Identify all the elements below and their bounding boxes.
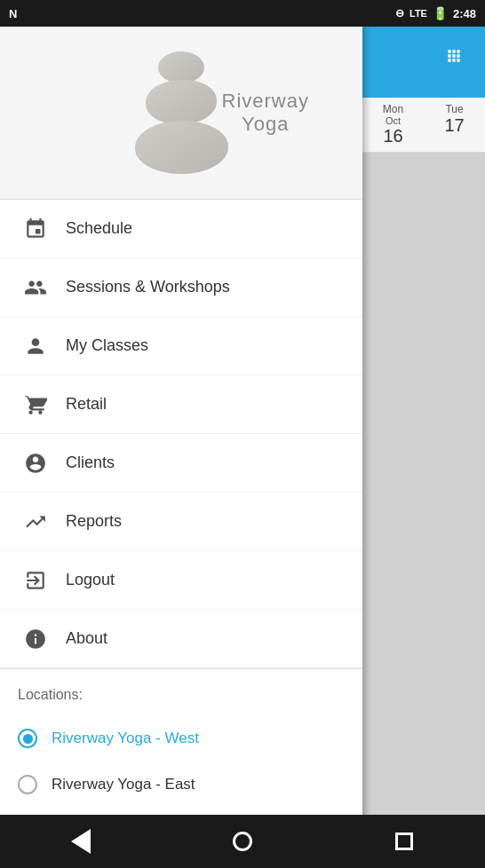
- trending-up-icon: [18, 510, 53, 533]
- nav-item-reports[interactable]: Reports: [0, 493, 362, 551]
- cal-day-tue-name: Tue: [445, 103, 463, 115]
- calendar-body: [362, 153, 485, 868]
- locations-section: Locations: Riverway Yoga - West Riverway…: [0, 668, 362, 817]
- back-button[interactable]: [59, 819, 103, 864]
- status-right: ⊖ LTE 🔋 2:48: [395, 6, 476, 20]
- cal-day-mon-name: Mon: [383, 103, 403, 115]
- nav-item-my-classes[interactable]: My Classes: [0, 317, 362, 375]
- locations-title: Locations:: [18, 687, 345, 703]
- radio-west-inner: [23, 734, 33, 744]
- stones-graphic: [135, 51, 228, 174]
- exit-to-app-icon: [18, 569, 53, 592]
- grid-menu-button[interactable]: [432, 34, 476, 78]
- nav-item-retail[interactable]: Retail: [0, 375, 362, 434]
- calendar-header: [362, 27, 485, 98]
- drawer-logo: Riverway Yoga: [0, 27, 362, 200]
- cal-day-mon-num: 16: [383, 126, 402, 146]
- nav-label-logout: Logout: [66, 571, 115, 589]
- stone-top: [158, 51, 204, 83]
- drawer: Riverway Yoga Schedule Sessions & Worksh…: [0, 27, 362, 868]
- nav-label-my-classes: My Classes: [66, 336, 148, 355]
- calendar-icon: [18, 217, 53, 241]
- cart-icon: [18, 393, 53, 416]
- nav-label-schedule: Schedule: [66, 219, 132, 238]
- radio-west-outer: [18, 729, 37, 748]
- nav-label-clients: Clients: [66, 454, 115, 472]
- nav-label-retail: Retail: [66, 395, 107, 414]
- bottom-nav-bar: [0, 815, 485, 868]
- back-icon: [71, 829, 91, 854]
- status-bar: N ⊖ LTE 🔋 2:48: [0, 0, 485, 27]
- location-label-west: Riverway Yoga - West: [52, 730, 199, 747]
- recent-icon: [395, 832, 413, 850]
- cal-day-mon-month: Oct: [386, 115, 401, 126]
- account-circle-icon: [18, 452, 53, 475]
- nav-label-about: About: [66, 629, 107, 648]
- cal-day-tue: Tue 17: [424, 98, 485, 152]
- right-panel: Mon Oct 16 Tue 17: [362, 27, 485, 868]
- main-layout: Riverway Yoga Schedule Sessions & Worksh…: [0, 27, 485, 868]
- status-battery-icon: 🔋: [433, 6, 448, 20]
- cal-day-tue-num: 17: [444, 115, 464, 136]
- logo-text-block: Riverway Yoga: [222, 90, 309, 136]
- nav-label-reports: Reports: [66, 512, 122, 531]
- location-item-east[interactable]: Riverway Yoga - East: [18, 761, 345, 808]
- cal-day-mon: Mon Oct 16: [362, 98, 424, 152]
- status-time: 2:48: [453, 7, 476, 20]
- home-button[interactable]: [220, 819, 265, 864]
- location-item-west[interactable]: Riverway Yoga - West: [18, 715, 345, 761]
- radio-east-outer: [18, 775, 37, 794]
- home-icon: [233, 832, 252, 851]
- logo-line2: Yoga: [242, 113, 289, 136]
- recent-button[interactable]: [382, 819, 426, 864]
- location-label-east: Riverway Yoga - East: [52, 776, 195, 793]
- status-lte-icon: LTE: [409, 8, 427, 19]
- calendar-days-header: Mon Oct 16 Tue 17: [362, 98, 485, 153]
- logo-line1: Riverway: [222, 90, 309, 113]
- info-icon: [18, 627, 53, 651]
- status-mute-icon: ⊖: [395, 7, 404, 20]
- stone-bot: [135, 121, 228, 174]
- nav-item-about[interactable]: About: [0, 610, 362, 668]
- grid-icon: [445, 47, 463, 65]
- nav-item-sessions-workshops[interactable]: Sessions & Workshops: [0, 258, 362, 317]
- nav-item-clients[interactable]: Clients: [0, 434, 362, 493]
- nav-label-sessions: Sessions & Workshops: [66, 278, 230, 296]
- people-icon: [18, 276, 53, 299]
- status-network-icon: N: [9, 7, 17, 20]
- person-icon: [18, 335, 53, 358]
- nav-item-schedule[interactable]: Schedule: [0, 200, 362, 258]
- stone-mid: [146, 80, 217, 124]
- nav-item-logout[interactable]: Logout: [0, 551, 362, 610]
